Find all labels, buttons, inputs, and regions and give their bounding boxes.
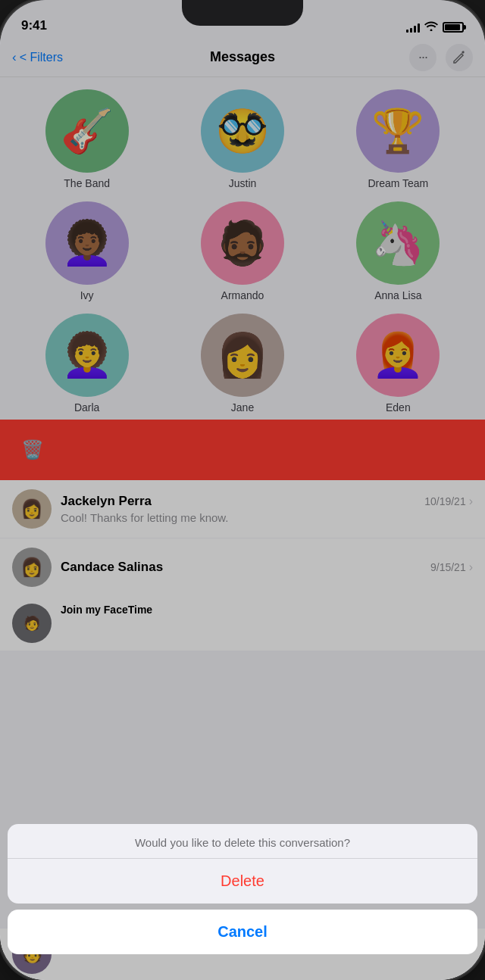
action-sheet: Would you like to delete this conversati…: [8, 824, 477, 904]
action-sheet-title: Would you like to delete this conversati…: [8, 824, 477, 859]
cancel-button[interactable]: Cancel: [8, 910, 477, 954]
delete-button[interactable]: Delete: [8, 859, 477, 904]
action-sheet-container: Would you like to delete this conversati…: [0, 824, 485, 980]
notch: [182, 0, 303, 26]
phone-screen: 9:41: [0, 0, 485, 980]
phone-frame: 9:41: [0, 0, 485, 980]
